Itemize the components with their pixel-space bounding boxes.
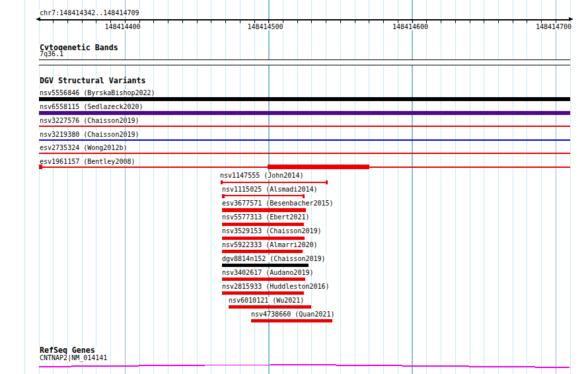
section-title-dgv-structural-variants: DGV Structural Variants [38, 77, 147, 85]
axis-tick [297, 20, 298, 23]
grid-line-minor [197, 0, 198, 374]
variant-bar-nsv1115025[interactable] [222, 194, 225, 198]
gene-intron-line-segment[interactable] [336, 365, 402, 366]
variant-label-dgv8814n152[interactable]: dgv8814n152 (Chaisson2019) [221, 255, 326, 262]
axis-tick [53, 20, 54, 23]
grid-line-minor [139, 0, 140, 374]
grid-line-minor [211, 0, 211, 374]
variant-bar-esv1961157[interactable] [39, 165, 42, 169]
variant-label-nsv2815933[interactable]: nsv2815933 (Huddleston2016) [221, 283, 330, 290]
axis-tick [153, 20, 154, 23]
genome-browser-canvas: chr7:148414342..148414709 14841440014841… [0, 0, 588, 374]
axis-tick [211, 20, 211, 23]
grid-line-minor [168, 0, 168, 374]
grid-line-minor [369, 0, 369, 374]
axis-tick-label: 148414400 [104, 23, 141, 30]
variant-label-nsv3227576[interactable]: nsv3227576 (Chaisson2019) [39, 117, 140, 124]
axis-tick [82, 20, 83, 23]
gene-name-label[interactable]: CNTNAP2|NM_014141 [38, 354, 108, 361]
axis-tick [527, 20, 527, 23]
variant-bar-dgv8814n152[interactable] [222, 264, 309, 267]
cytoband-box [39, 59, 570, 65]
axis-tick [498, 20, 499, 23]
variant-label-nsv1115025[interactable]: nsv1115025 (Alsmadi2014) [221, 186, 318, 193]
variant-label-nsv6010121[interactable]: nsv6010121 (Wu2021) [228, 297, 305, 304]
axis-tick [168, 20, 168, 23]
axis-tick [240, 20, 240, 23]
cytoband-name-label: 7q36.1 [38, 50, 65, 57]
axis-tick [182, 20, 183, 23]
grid-line-minor [470, 0, 470, 374]
gene-intron-line-segment[interactable] [39, 366, 71, 367]
grid-line-minor [527, 0, 527, 374]
grid-line-minor [484, 0, 484, 374]
variant-bar-nsv1115025[interactable] [222, 195, 305, 196]
variant-label-esv1961157[interactable]: esv1961157 (Bentley2008) [39, 158, 136, 165]
gene-intron-line-segment[interactable] [139, 365, 205, 366]
variant-bar-nsv3529153[interactable] [222, 237, 305, 240]
variant-bar-nsv1147555[interactable] [326, 180, 328, 184]
gene-intron-line-segment[interactable] [270, 364, 336, 365]
variant-bar-esv2735324[interactable] [39, 153, 570, 154]
axis-tick-label: 148414500 [246, 23, 283, 30]
grid-line-minor [455, 0, 456, 374]
region-label: chr7:148414342..148414709 [38, 9, 141, 17]
variant-bar-nsv1147555[interactable] [221, 180, 223, 184]
variant-bar-nsv5922333[interactable] [222, 250, 303, 253]
variant-label-nsv5922333[interactable]: nsv5922333 (Almarri2020) [221, 241, 318, 248]
variant-bar-esv3677571[interactable] [222, 208, 306, 212]
axis-tick [470, 20, 470, 23]
variant-label-esv2735324[interactable]: esv2735324 (Wong2012b) [39, 144, 128, 151]
section-title-refseq-genes: RefSeq Genes [38, 347, 96, 354]
grid-line-minor [426, 0, 427, 374]
variant-label-nsv5556846[interactable]: nsv5556846 (ByrskaBishop2022) [39, 89, 156, 96]
gene-intron-line-segment[interactable] [535, 367, 570, 368]
grid-line-minor [355, 0, 355, 374]
variant-label-nsv4738660[interactable]: nsv4738660 (Quan2021) [250, 311, 335, 318]
grid-line-minor [82, 0, 83, 374]
variant-bar-nsv2815933[interactable] [222, 291, 304, 295]
grid-line-minor [110, 0, 111, 374]
gene-intron-line-segment[interactable] [402, 365, 469, 367]
grid-line-minor [441, 0, 441, 374]
variant-bar-nsv5577313[interactable] [222, 223, 304, 226]
variant-bar-esv1961157[interactable] [268, 165, 369, 169]
variant-bar-nsv6010121[interactable] [229, 305, 311, 309]
grid-line-major [125, 0, 126, 374]
variant-label-nsv6558115[interactable]: nsv6558115 (Sedlazeck2020) [39, 103, 144, 110]
grid-line-minor [24, 0, 25, 374]
gene-intron-line-segment[interactable] [205, 365, 270, 366]
variant-label-nsv3529153[interactable]: nsv3529153 (Chaisson2019) [221, 227, 322, 235]
variant-bar-nsv6558115[interactable] [39, 111, 570, 115]
variant-label-nsv3219380[interactable]: nsv3219380 (Chaisson2019) [39, 131, 140, 138]
variant-bar-nsv3402617[interactable] [222, 278, 305, 281]
axis-tick [225, 20, 226, 23]
axis-tick [484, 20, 484, 23]
axis-arrow-right-icon [569, 17, 573, 21]
axis-tick [355, 20, 355, 23]
variant-bar-nsv5556846[interactable] [39, 97, 570, 102]
grid-line-major [412, 0, 413, 374]
axis-tick-label: 148414600 [392, 23, 429, 30]
variant-label-nsv1147555[interactable]: nsv1147555 (John2014) [219, 172, 304, 179]
variant-bar-nsv1147555[interactable] [221, 182, 328, 183]
gene-intron-line-segment[interactable] [469, 366, 535, 367]
grid-line-minor [340, 0, 341, 374]
grid-line-minor [513, 0, 513, 374]
variant-label-esv3677571[interactable]: esv3677571 (Besenbacher2015) [221, 200, 334, 207]
grid-line-minor [326, 0, 326, 374]
variant-bar-nsv1115025[interactable] [303, 194, 305, 198]
variant-bar-nsv4738660[interactable] [251, 319, 332, 322]
grid-line-minor [570, 0, 571, 374]
grid-line-minor [398, 0, 398, 374]
variant-bar-nsv3227576[interactable] [39, 126, 570, 127]
axis-tick [369, 20, 369, 23]
variant-bar-nsv3219380[interactable] [39, 139, 570, 141]
axis-tick [513, 20, 513, 23]
variant-label-nsv5577313[interactable]: nsv5577313 (Ebert2021) [221, 213, 310, 221]
gene-intron-line-segment[interactable] [71, 365, 139, 367]
grid-line-minor [96, 0, 96, 374]
grid-line-minor [67, 0, 68, 374]
variant-label-nsv3402617[interactable]: nsv3402617 (Audano2019) [221, 269, 314, 276]
axis-tick [197, 20, 198, 23]
